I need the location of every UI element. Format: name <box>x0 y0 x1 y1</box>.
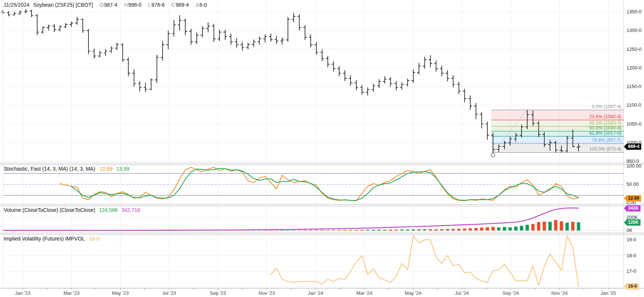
volume-bar <box>435 229 438 230</box>
volume-bar <box>389 230 392 230</box>
volume-bar <box>406 229 409 230</box>
axis-tick-label: 100.00 <box>627 163 641 169</box>
stochastic-panel-title: Stochastic, Fast (14, 3, MA) (14, 3, MA)… <box>4 166 129 172</box>
header-high: H998-0 <box>124 2 141 8</box>
time-tick-label: Mar '23 <box>64 290 80 296</box>
volume-bar <box>349 230 352 230</box>
axis-tick-label: 0K <box>627 227 632 233</box>
header-change: Δ6-0 <box>196 2 207 8</box>
time-tick-label: Jan '23 <box>15 290 31 296</box>
volume-value-tag: 125K <box>624 219 641 226</box>
volume-bar <box>275 230 278 230</box>
volume-bar <box>360 230 363 230</box>
time-tick-label: Nov '23 <box>259 290 275 296</box>
volume-bar <box>543 222 546 230</box>
volume-bar <box>509 227 512 230</box>
volume-panel-title: Volume (CloseToClose) (CloseToClose) 124… <box>4 207 140 213</box>
volume-bar <box>520 226 523 230</box>
time-tick-label: Mar '24 <box>356 290 372 296</box>
volume-bar <box>491 227 495 230</box>
stochastic-d-value: 13.99 <box>116 166 129 172</box>
volume-bar <box>565 223 569 230</box>
volume-bar <box>315 230 318 230</box>
volume-bar <box>269 230 272 230</box>
last-price-tag: 989-4 <box>624 143 641 150</box>
header-low: L976-6 <box>148 2 165 8</box>
axis-tick-label: 1350-0 <box>627 9 641 14</box>
volume-bar <box>286 230 289 230</box>
axis-tick-label: 19-0 <box>627 237 636 242</box>
volume-bar <box>429 229 432 230</box>
volume-bar <box>480 227 483 230</box>
trading-chart-app: 11/25/2024 Soybean (ZSF25) [CBOT] O987-4… <box>0 0 644 297</box>
header-close: C989-4 <box>172 2 189 8</box>
header-date: 11/25/2024 <box>4 2 29 8</box>
volume-bar <box>486 227 489 230</box>
volume-bar <box>417 229 421 230</box>
volume-bar <box>577 222 580 230</box>
volume-bar <box>281 230 284 230</box>
volume-bar <box>343 230 347 230</box>
volume-bar <box>468 228 472 230</box>
volume-bar <box>526 225 529 230</box>
chart-header: 11/25/2024 Soybean (ZSF25) [CBOT] O987-4… <box>4 2 207 8</box>
volume-bar <box>463 229 466 230</box>
volume-bar <box>383 230 387 230</box>
volume-bar <box>440 229 443 231</box>
volume-bar <box>411 229 415 230</box>
stoch-k-line <box>60 167 579 201</box>
volume-value: 124,586 <box>99 207 118 213</box>
volume-bar <box>372 230 375 230</box>
volume-title-text: Volume (CloseToClose) (CloseToClose) <box>4 207 95 213</box>
volume-bar <box>394 230 398 230</box>
volume-bar <box>446 229 449 230</box>
axis-tick-label: 200K <box>627 214 638 220</box>
volume-bar <box>571 222 574 230</box>
open-interest-value: 342,718 <box>121 207 140 213</box>
open-interest-tag: 343K <box>624 205 641 212</box>
volume-bar <box>355 230 358 230</box>
volume-bar <box>337 230 341 230</box>
volume-bar <box>554 220 557 230</box>
volume-bar <box>423 229 426 230</box>
time-tick-label: Nov '24 <box>551 290 568 296</box>
volume-bar <box>548 222 552 230</box>
volume-bar <box>303 230 307 230</box>
time-tick-label: Jan '24 <box>308 290 323 296</box>
axis-tick-label: 1250-0 <box>627 46 641 52</box>
chart-canvas[interactable] <box>0 0 644 297</box>
volume-bar <box>560 222 563 231</box>
volume-bar <box>298 230 301 230</box>
volume-bar <box>309 230 313 230</box>
volume-bar <box>263 230 267 230</box>
header-symbol: Soybean (ZSF25) [CBOT] <box>33 2 93 8</box>
volume-bar <box>320 230 324 230</box>
implied-vol-tag: 16-0 <box>624 283 639 290</box>
axis-tick-label: 17-0 <box>627 268 636 274</box>
axis-tick-label: 1150-0 <box>627 84 641 89</box>
volume-bar <box>537 222 540 230</box>
time-tick-label: May '23 <box>112 290 129 296</box>
volume-bar <box>457 229 461 230</box>
axis-tick-label: 1050-0 <box>627 121 641 127</box>
volume-bar <box>332 230 335 230</box>
volume-bar <box>400 229 404 230</box>
implied-vol-title-text: Implied Volatility (Futures) IMPVOL <box>4 236 84 242</box>
volume-bar <box>503 227 506 230</box>
volume-bar <box>258 230 261 230</box>
volume-bar <box>326 230 330 230</box>
axis-tick-label: 1300-0 <box>627 28 641 33</box>
fib-anchor-handle <box>491 153 495 157</box>
volume-bar <box>292 230 295 230</box>
volume-bar <box>377 230 381 230</box>
header-open: O987-4 <box>100 2 118 8</box>
stochastic-k-value: 12.69 <box>100 166 113 172</box>
fib-level-label: 78.6% (997-7) <box>592 138 621 143</box>
volume-bar <box>531 224 535 231</box>
axis-tick-label: 50.00 <box>627 181 639 187</box>
axis-tick-label: 1200-0 <box>627 65 641 71</box>
fib-level-label: 100.0% (973-4) <box>589 146 621 152</box>
time-tick-label: Jan '25 <box>600 290 616 296</box>
time-tick-label: Jul '24 <box>455 290 469 296</box>
volume-bar <box>497 227 500 230</box>
